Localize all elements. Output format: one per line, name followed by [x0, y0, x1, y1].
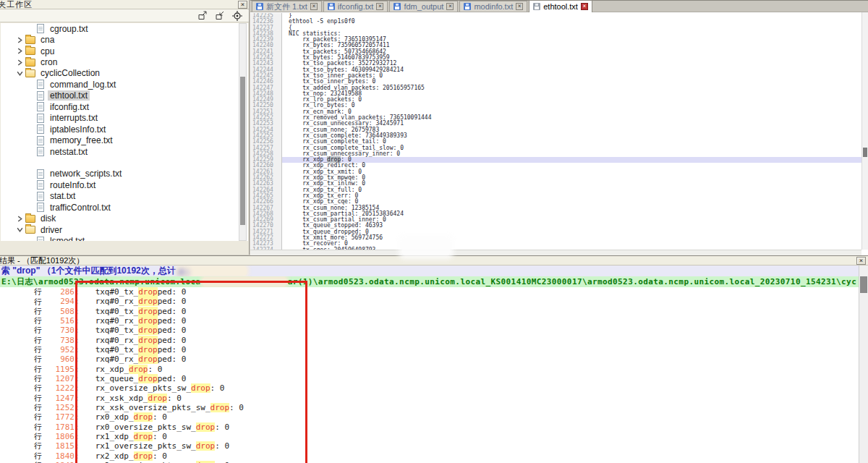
editor-vertical-scrollbar[interactable] [861, 12, 868, 250]
line-text: rx_xdp_tx_inlnw: 0 [282, 181, 861, 187]
tree-item-ethtool-txt[interactable]: ethtool.txt [1, 90, 248, 101]
tree-item-lsmod-txt[interactable]: lsmod.txt [1, 235, 248, 241]
editor-vscroll-thumb[interactable] [863, 148, 867, 157]
tree-item-cgroup-txt[interactable]: cgroup.txt [1, 23, 248, 34]
tab--1-txt[interactable]: 新文件 1.txt× [252, 1, 322, 12]
tree-item-cron[interactable]: cron [1, 56, 248, 67]
search-result-row[interactable]: 行1815:rx1_oversize_pkts_sw_drop: 0 [0, 441, 859, 451]
match-highlight: drop [148, 394, 167, 403]
results-scrollbar[interactable] [859, 266, 868, 463]
chevron-right-icon[interactable] [17, 37, 23, 43]
close-tab-icon[interactable]: × [310, 3, 318, 10]
tree-item-network-scripts-txt[interactable]: network_scripts.txt [1, 169, 248, 179]
tree-scrollbar[interactable] [239, 23, 247, 241]
tree-item-label: driver [38, 225, 64, 235]
editor-line[interactable]: 142236ethtool -S enp1s0f0 [250, 19, 861, 25]
redacted-editor-region [402, 238, 450, 255]
file-icon [37, 169, 44, 179]
search-result-row[interactable]: 行1207:tx_queue_dropped: 0 [0, 374, 859, 383]
search-result-row[interactable]: 行516:rxq#0_rx_dropped: 0 [0, 316, 859, 326]
tab-fdm-output[interactable]: fdm_output× [389, 1, 458, 12]
search-result-row[interactable]: 行294:rxq#0_rx_dropped: 0 [0, 297, 859, 306]
tree-item-trafficcontrol-txt[interactable]: trafficControl.txt [1, 202, 248, 213]
colon-separator: : [75, 326, 80, 335]
tree-item-label: ifconfig.txt [48, 102, 91, 112]
search-result-row[interactable]: 行1195:rx_xdp_drop: 0 [0, 365, 859, 374]
tree-item-interrupts-txt[interactable]: interrupts.txt [1, 113, 248, 124]
tree-item-cpu[interactable]: cpu [1, 46, 248, 56]
search-result-row[interactable]: 行738:rxq#0_rx_dropped: 0 [0, 336, 859, 345]
editor-content[interactable]: 142235}142236ethtool -S enp1s0f0142237{1… [250, 13, 861, 250]
search-result-row[interactable]: 行730:txq#0_tx_dropped: 0 [0, 326, 859, 335]
close-tab-icon[interactable]: × [516, 3, 523, 10]
chevron-right-icon[interactable] [17, 216, 23, 222]
line-text: rx_xdp_tx_mpwqe: 0 [282, 175, 861, 181]
colon-separator: : [75, 432, 80, 441]
expand-tree-icon[interactable] [197, 11, 208, 20]
save-icon [533, 3, 540, 10]
search-result-row[interactable]: 行1222:rx_oversize_pkts_sw_drop: 0 [0, 383, 859, 393]
result-match-text: rxq#0_rx_dropped: 0 [95, 354, 187, 364]
colon-separator: : [75, 336, 80, 345]
search-result-row[interactable]: 行952:txq#0_tx_dropped: 0 [0, 345, 859, 354]
file-icon [37, 24, 44, 33]
tree-item-cna[interactable]: cna [1, 34, 248, 45]
search-result-row[interactable]: 行1840:rx2_xdp_drop: 0 [0, 451, 859, 461]
tree-item-label: cgroup.txt [48, 24, 90, 34]
tree-item-stat-txt[interactable]: stat.txt [1, 191, 248, 202]
tree-item-routeinfo-txt[interactable]: routeInfo.txt [1, 179, 248, 190]
colon-separator: : [75, 422, 80, 432]
results-scrollbar-thumb[interactable] [860, 276, 867, 293]
search-result-row[interactable]: 行1772:rx0_xdp_drop: 0 [0, 412, 859, 422]
search-result-row[interactable]: 行960:rxq#0_rx_dropped: 0 [0, 354, 859, 364]
match-highlight: drop [138, 345, 158, 354]
search-result-row[interactable]: 行1806:rx1_xdp_drop: 0 [0, 432, 859, 441]
search-result-row[interactable]: 行508:txq#0_tx_dropped: 0 [0, 307, 859, 316]
file-icon [37, 180, 44, 190]
tree-item-ifconfig-txt[interactable]: ifconfig.txt [1, 101, 248, 112]
result-line-number: 1772 [44, 412, 75, 422]
result-match-text: rxq#0_rx_dropped: 0 [95, 297, 187, 306]
tree-item-memory-free-txt[interactable]: memory_free.txt [1, 135, 248, 145]
locate-file-icon[interactable] [232, 11, 242, 21]
colon-separator: : [75, 297, 80, 306]
match-highlight: drop [138, 307, 158, 316]
tree-item-disk[interactable]: disk [1, 213, 248, 224]
tab-ethtool-txt[interactable]: ethtool.txt× [529, 0, 592, 12]
tree-item-label: network_scripts.txt [48, 169, 124, 179]
workspace-close-icon[interactable]: × [238, 1, 247, 9]
editor-line[interactable]: 142237{ [250, 25, 861, 31]
editor-horizontal-scrollbar[interactable] [250, 250, 861, 255]
close-tab-icon[interactable]: × [446, 3, 454, 10]
match-highlight: drop [129, 365, 148, 374]
result-match-text: rx1_oversize_pkts_sw_drop: 0 [95, 441, 229, 451]
chevron-right-icon[interactable] [17, 48, 23, 54]
colon-separator: : [75, 441, 80, 451]
file-icon [37, 237, 44, 241]
results-close-icon[interactable]: × [856, 257, 866, 265]
tree-item-iptablesinfo-txt[interactable]: iptablesInfo.txt [1, 124, 248, 135]
search-result-row[interactable]: 行1252:rx_xsk_oversize_pkts_sw_drop: 0 [0, 403, 859, 412]
tree-item-label: cpu [38, 46, 56, 56]
close-tab-icon[interactable]: × [581, 3, 588, 10]
tree-item-netstat-txt[interactable]: netstat.txt [1, 146, 248, 157]
tree-scrollbar-thumb[interactable] [240, 77, 245, 225]
tree-spacer [1, 157, 248, 168]
chevron-down-icon[interactable] [17, 226, 23, 233]
result-file-path[interactable]: E:\日志\armod0523.odata.ncmp.unicom.loca a… [0, 276, 868, 287]
tab-ifconfig-txt[interactable]: ifconfig.txt× [323, 1, 388, 12]
search-result-row[interactable]: 行1781:rx0_oversize_pkts_sw_drop: 0 [0, 422, 859, 432]
search-result-row[interactable]: 行1247:rx_xsk_xdp_drop: 0 [0, 394, 859, 403]
tree-item-cycliccollection[interactable]: cyclicCollection [1, 68, 248, 79]
tree-item-driver[interactable]: driver [1, 224, 248, 235]
close-tab-icon[interactable]: × [376, 3, 383, 10]
search-summary-line: 索 "drop" （1个文件中匹配到10192次，总计 次） [0, 266, 868, 276]
tab-modinfo-txt[interactable]: modinfo.txt× [459, 1, 527, 12]
chevron-down-icon[interactable] [17, 70, 23, 77]
result-match-text: txq#0_tx_dropped: 0 [95, 307, 187, 316]
search-result-row[interactable]: 行286:txq#0_tx_dropped: 0 [0, 287, 859, 297]
tree-item-label: netstat.txt [48, 147, 90, 157]
chevron-right-icon[interactable] [17, 59, 23, 66]
collapse-tree-icon[interactable] [215, 11, 225, 20]
tree-item-command-log-txt[interactable]: command_log.txt [1, 79, 248, 90]
